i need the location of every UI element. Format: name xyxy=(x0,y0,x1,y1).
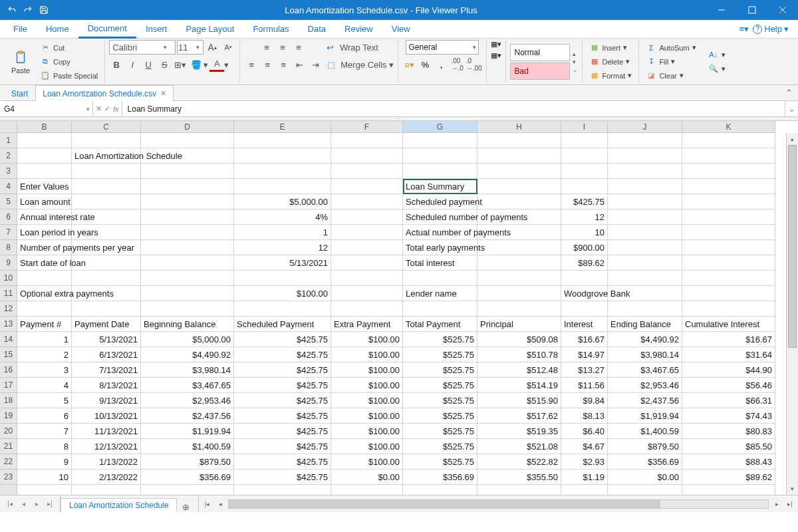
cell-E16[interactable]: $425.75 xyxy=(234,362,331,378)
col-header-C[interactable]: C xyxy=(72,121,141,133)
styles-up-icon[interactable]: ▴ xyxy=(573,51,578,57)
cell-F22[interactable]: $100.00 xyxy=(331,454,403,469)
cell-C4[interactable] xyxy=(72,179,141,194)
cell-D1[interactable] xyxy=(141,133,234,148)
cell-F4[interactable] xyxy=(331,179,403,194)
cell-J2[interactable] xyxy=(608,148,682,164)
cell-E11[interactable]: $100.00 xyxy=(234,286,331,301)
cell-B22[interactable]: 9 xyxy=(17,454,72,469)
cell-J13[interactable]: Ending Balance xyxy=(608,317,682,332)
cell-I16[interactable]: $13.27 xyxy=(561,362,608,378)
cell-B24[interactable] xyxy=(17,485,72,495)
cell-C23[interactable]: 2/13/2022 xyxy=(72,469,141,485)
cell-G2[interactable] xyxy=(403,148,477,164)
cell-H14[interactable]: $509.08 xyxy=(477,332,561,347)
menu-home[interactable]: Home xyxy=(37,20,78,39)
align-right-icon[interactable]: ≡ xyxy=(276,57,291,72)
cell-I8[interactable]: $900.00 xyxy=(561,240,608,255)
cell-J10[interactable] xyxy=(608,271,682,286)
cell-K14[interactable]: $16.67 xyxy=(682,332,775,347)
cell-H1[interactable] xyxy=(477,133,561,148)
cell-D5[interactable] xyxy=(141,194,234,209)
cell-I21[interactable]: $4.67 xyxy=(561,439,608,454)
cell-J6[interactable] xyxy=(608,209,682,225)
cell-B12[interactable] xyxy=(17,301,72,317)
cell-J15[interactable]: $3,980.14 xyxy=(608,347,682,362)
cell-F19[interactable]: $100.00 xyxy=(331,408,403,424)
sheet-last-icon[interactable]: ▸| xyxy=(44,500,56,507)
col-header-F[interactable]: F xyxy=(331,121,403,133)
style-normal[interactable]: Normal xyxy=(510,44,570,61)
cell-K3[interactable] xyxy=(682,164,775,179)
cell-F10[interactable] xyxy=(331,271,403,286)
cell-H11[interactable] xyxy=(477,286,561,301)
cell-K19[interactable]: $74.43 xyxy=(682,408,775,424)
sheet-prev-icon[interactable]: ◂ xyxy=(17,500,29,507)
cell-B14[interactable]: 1 xyxy=(17,332,72,347)
cell-B8[interactable]: Number of payments per year xyxy=(17,240,72,255)
underline-button[interactable]: U xyxy=(141,57,156,72)
percent-icon[interactable]: % xyxy=(418,57,433,72)
col-header-B[interactable]: B xyxy=(17,121,72,133)
cell-G19[interactable]: $525.75 xyxy=(403,408,477,424)
cell-E6[interactable]: 4% xyxy=(234,209,331,225)
cell-B1[interactable] xyxy=(17,133,72,148)
menu-data[interactable]: Data xyxy=(299,20,335,39)
cell-F8[interactable] xyxy=(331,240,403,255)
close-button[interactable] xyxy=(767,0,798,20)
cell-E1[interactable] xyxy=(234,133,331,148)
number-format-combo[interactable]: General xyxy=(406,40,479,55)
cell-F17[interactable]: $100.00 xyxy=(331,378,403,393)
cell-I11[interactable]: Woodgrove Bank xyxy=(561,286,608,301)
cell-B16[interactable]: 3 xyxy=(17,362,72,378)
cell-J5[interactable] xyxy=(608,194,682,209)
paste-button[interactable]: Paste xyxy=(7,41,35,83)
cell-E20[interactable]: $425.75 xyxy=(234,424,331,439)
cell-I23[interactable]: $1.19 xyxy=(561,469,608,485)
row-header-9[interactable]: 9 xyxy=(0,255,17,271)
font-color-button[interactable]: A▾ xyxy=(209,57,229,72)
cell-J21[interactable]: $879.50 xyxy=(608,439,682,454)
cell-G4[interactable]: Loan Summary xyxy=(403,179,477,194)
select-all-corner[interactable] xyxy=(0,121,17,133)
sheet-tab[interactable]: Loan Amortization Schedule xyxy=(61,498,177,512)
row-header-2[interactable]: 2 xyxy=(0,148,17,164)
scroll-up-icon[interactable]: ▴ xyxy=(787,133,798,145)
cell-D24[interactable] xyxy=(141,485,234,495)
cell-D9[interactable] xyxy=(141,255,234,271)
scroll-left-icon[interactable]: |◂ xyxy=(201,501,212,507)
cell-H4[interactable] xyxy=(477,179,561,194)
cell-H7[interactable] xyxy=(477,225,561,240)
cell-I20[interactable]: $6.40 xyxy=(561,424,608,439)
insert-cells-button[interactable]: ▦Insert ▾ xyxy=(587,41,635,55)
cell-D22[interactable]: $879.50 xyxy=(141,454,234,469)
cell-D6[interactable] xyxy=(141,209,234,225)
cell-G22[interactable]: $525.75 xyxy=(403,454,477,469)
collapse-ribbon-icon[interactable]: ⌃ xyxy=(780,85,798,100)
conditional-format-button[interactable]: ▦▾ xyxy=(491,40,501,49)
cell-K5[interactable] xyxy=(682,194,775,209)
vertical-scrollbar[interactable]: ▴ ▾ xyxy=(786,133,798,495)
cell-D3[interactable] xyxy=(141,164,234,179)
row-header-10[interactable]: 10 xyxy=(0,271,17,286)
row-header-4[interactable]: 4 xyxy=(0,179,17,194)
cell-H21[interactable]: $521.08 xyxy=(477,439,561,454)
col-header-I[interactable]: I xyxy=(561,121,608,133)
cell-B6[interactable]: Annual interest rate xyxy=(17,209,72,225)
cell-D14[interactable]: $5,000.00 xyxy=(141,332,234,347)
accept-icon[interactable]: ✓ xyxy=(104,104,110,113)
cell-F5[interactable] xyxy=(331,194,403,209)
cell-G7[interactable]: Actual number of payments xyxy=(403,225,477,240)
copy-button[interactable]: ⧉Copy xyxy=(37,55,100,68)
col-header-G[interactable]: G xyxy=(403,121,477,133)
cell-K22[interactable]: $88.43 xyxy=(682,454,775,469)
row-header-17[interactable]: 17 xyxy=(0,378,17,393)
cell-B21[interactable]: 8 xyxy=(17,439,72,454)
cell-J8[interactable] xyxy=(608,240,682,255)
row-header-8[interactable]: 8 xyxy=(0,240,17,255)
cell-D12[interactable] xyxy=(141,301,234,317)
cell-H16[interactable]: $512.48 xyxy=(477,362,561,378)
cell-F15[interactable]: $100.00 xyxy=(331,347,403,362)
increase-decimal-icon[interactable]: .00→.0 xyxy=(450,57,465,72)
align-left-icon[interactable]: ≡ xyxy=(244,57,259,72)
